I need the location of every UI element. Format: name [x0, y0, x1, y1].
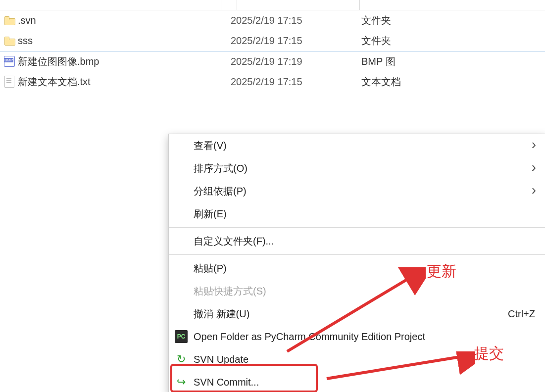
file-list: .svn 2025/2/19 17:15 文件夹 sss 2025/2/19 1… — [0, 0, 545, 92]
menu-label: 排序方式(O) — [194, 162, 248, 175]
context-menu: 查看(V) › 排序方式(O) › 分组依据(P) › 刷新(E) 自定义文件夹… — [168, 134, 545, 392]
file-name: .svn — [18, 15, 231, 26]
menu-refresh[interactable]: 刷新(E) — [169, 202, 545, 225]
svn-commit-icon: ↪ — [175, 376, 188, 389]
menu-group[interactable]: 分组依据(P) › — [169, 180, 545, 202]
file-row[interactable]: 新建位图图像.bmp 2025/2/19 17:19 BMP 图 — [0, 51, 545, 72]
menu-separator — [169, 254, 545, 255]
menu-svn-update[interactable]: ↻ SVN Update — [169, 348, 545, 371]
menu-label: 撤消 新建(U) — [194, 307, 249, 321]
file-row[interactable]: .svn 2025/2/19 17:15 文件夹 — [0, 10, 545, 31]
menu-label: 粘贴快捷方式(S) — [194, 285, 266, 298]
menu-label: 自定义文件夹(F)... — [194, 235, 274, 248]
bmp-file-icon — [3, 56, 16, 67]
file-type: 文件夹 — [361, 14, 391, 27]
menu-paste-shortcut: 粘贴快捷方式(S) — [169, 280, 545, 302]
menu-label: Open Folder as PyCharm Community Edition… — [194, 331, 425, 343]
menu-view[interactable]: 查看(V) › — [169, 134, 545, 157]
menu-customize-folder[interactable]: 自定义文件夹(F)... — [169, 230, 545, 252]
file-row[interactable]: sss 2025/2/19 17:15 文件夹 — [0, 31, 545, 51]
column-header-separator — [0, 0, 545, 10]
menu-label: SVN Update — [194, 354, 248, 365]
file-type: 文本文档 — [361, 75, 401, 89]
menu-undo[interactable]: 撤消 新建(U) Ctrl+Z — [169, 302, 545, 325]
file-type: 文件夹 — [361, 34, 391, 48]
submenu-arrow-icon: › — [532, 182, 536, 198]
pycharm-icon: PC — [175, 330, 188, 343]
submenu-arrow-icon: › — [532, 159, 536, 175]
file-date: 2025/2/19 17:19 — [231, 56, 361, 67]
file-date: 2025/2/19 17:15 — [231, 76, 361, 88]
file-date: 2025/2/19 17:15 — [231, 35, 361, 47]
menu-paste[interactable]: 粘贴(P) — [169, 257, 545, 280]
submenu-arrow-icon: › — [532, 137, 536, 152]
menu-open-pycharm[interactable]: PC Open Folder as PyCharm Community Edit… — [169, 325, 545, 348]
menu-shortcut: Ctrl+Z — [508, 308, 535, 320]
folder-icon — [3, 16, 16, 24]
menu-label: 刷新(E) — [194, 207, 227, 221]
menu-svn-commit[interactable]: ↪ SVN Commit... — [169, 371, 545, 392]
menu-label: 粘贴(P) — [194, 262, 227, 275]
menu-sort[interactable]: 排序方式(O) › — [169, 157, 545, 180]
menu-label: 分组依据(P) — [194, 185, 247, 198]
file-name: 新建位图图像.bmp — [18, 55, 231, 68]
txt-file-icon — [3, 76, 16, 88]
folder-icon — [3, 37, 16, 45]
file-type: BMP 图 — [361, 55, 396, 68]
menu-label: 查看(V) — [194, 139, 227, 152]
svn-update-icon: ↻ — [175, 353, 188, 366]
menu-separator — [169, 227, 545, 228]
file-name: 新建文本文档.txt — [18, 75, 231, 89]
file-date: 2025/2/19 17:15 — [231, 15, 361, 26]
menu-label: SVN Commit... — [194, 377, 259, 388]
file-row[interactable]: 新建文本文档.txt 2025/2/19 17:15 文本文档 — [0, 72, 545, 92]
file-name: sss — [18, 35, 231, 47]
